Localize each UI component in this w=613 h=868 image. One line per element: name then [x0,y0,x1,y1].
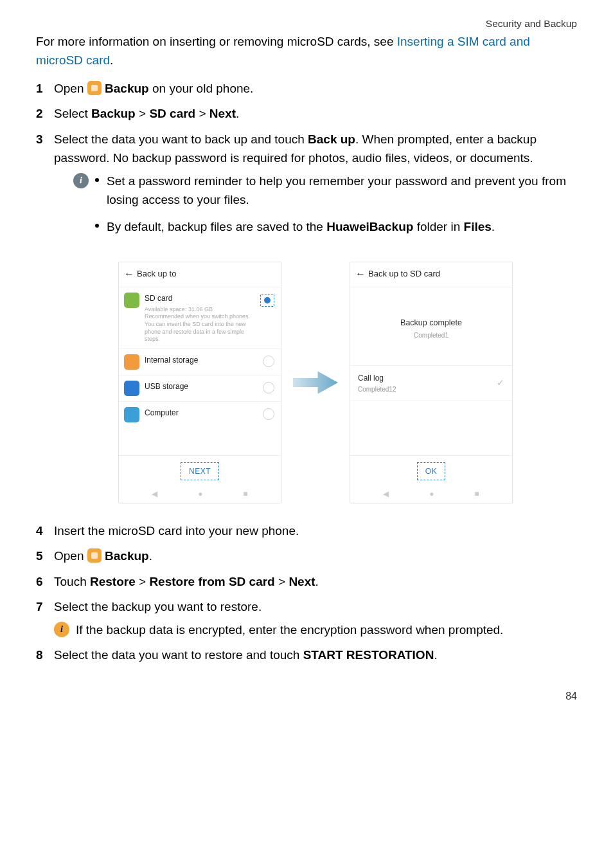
svg-marker-0 [293,371,338,393]
step3-bullet2d: Files [464,220,492,233]
radio-icon[interactable] [263,408,274,420]
step3-bullet2e: . [492,220,495,233]
step6-b3: Next [289,575,315,588]
computer-title: Computer [145,407,263,419]
step-2: Select Backup > SD card > Next. [36,104,577,123]
row-usb-storage[interactable]: USB storage [119,375,281,402]
step8-b: START RESTORATION [303,648,434,662]
step6-a: Touch [54,575,90,588]
step3-bullet2a: By default, backup files are saved to th… [107,220,326,233]
internal-title: Internal storage [145,354,263,366]
step5-end: . [149,549,152,563]
intro-suffix: . [110,53,113,67]
radio-selected-icon[interactable] [260,294,274,307]
radio-icon[interactable] [263,356,274,367]
intro-paragraph: For more information on inserting or rem… [36,32,577,70]
back-arrow-icon[interactable]: ← [355,269,366,279]
step3-bullet2c: folder in [413,220,463,233]
step-8: Select the data you want to restore and … [36,646,577,664]
step6-b2: Restore from SD card [149,575,274,588]
backup-app-icon [87,81,102,95]
internal-storage-icon [124,354,139,370]
sd-title: SD card [145,293,260,305]
step2-b3: Next [209,107,236,120]
computer-icon [124,407,139,422]
info-icon: i [54,622,69,637]
step-1: Open Backup on your old phone. [36,79,577,98]
step2-b1: Backup [91,107,136,120]
step1-open: Open [54,82,87,95]
screenshot-right: ← Back up to SD card Backup complete Com… [350,262,513,503]
page-header: Security and Backup [36,18,577,30]
result-label: Call log [358,372,396,384]
step-6: Touch Restore > Restore from SD card > N… [36,572,577,591]
step1-rest: on your old phone. [149,82,254,95]
step-4: Insert the microSD card into your new ph… [36,521,577,540]
backup-complete-label: Backup complete [350,317,512,329]
step-7: Select the backup you want to restore. i… [36,597,577,639]
screen1-title: Back up to [137,267,176,280]
step7-text: Select the backup you want to restore. [54,600,262,613]
step8-a: Select the data you want to restore and … [54,648,303,662]
nav-home-icon[interactable]: ● [198,488,202,500]
sd-card-icon [124,293,139,308]
backup-app-icon [87,548,102,563]
nav-back-icon[interactable]: ◀ [383,488,389,500]
step6-b1: Restore [90,575,136,588]
row-internal-storage[interactable]: Internal storage [119,349,281,375]
screenshot-left: ← Back up to SD card Available space: 31… [118,262,281,503]
step3-bullet-2: By default, backup files are saved to th… [95,217,577,236]
step1-backup: Backup [105,82,149,95]
step2-b2: SD card [149,107,195,120]
step-3: Select the data you want to back up and … [36,130,577,503]
page-number: 84 [36,691,577,702]
nav-back-icon[interactable]: ◀ [152,488,157,500]
sd-sub: Available space: 31.06 GB Recommended wh… [145,306,260,343]
step6-end: . [315,575,319,588]
step2-gt1: > [136,107,150,120]
step3-bullet-1: Set a password reminder to help you reme… [95,172,577,210]
step5-open: Open [54,549,87,563]
step3-bold: Back up [308,132,355,146]
result-row: Call log Completed12 ✓ [350,365,512,401]
nav-home-icon[interactable]: ● [429,488,434,500]
row-computer[interactable]: Computer [119,402,281,428]
step8-c: . [434,648,437,662]
next-button[interactable]: NEXT [181,462,219,481]
usb-title: USB storage [145,381,263,393]
step2-end: . [236,107,239,120]
intro-prefix: For more information on inserting or rem… [36,35,397,48]
back-arrow-icon[interactable]: ← [124,269,134,279]
step6-gt1: > [136,575,150,588]
nav-recent-icon[interactable]: ■ [474,488,479,500]
step-5: Open Backup. [36,547,577,565]
screen2-title: Back up to SD card [368,267,440,280]
arrow-right-icon [293,367,338,398]
step7-note: If the backup data is encrypted, enter t… [76,620,577,639]
result-sub: Completed12 [358,384,396,395]
usb-storage-icon [124,381,139,396]
step2-gt2: > [195,107,209,120]
step5-backup: Backup [105,549,149,563]
row-sd-card[interactable]: SD card Available space: 31.06 GB Recomm… [119,287,281,349]
ok-button[interactable]: OK [417,462,445,481]
step3-a: Select the data you want to back up and … [54,132,308,146]
info-icon: i [73,173,89,188]
step6-gt2: > [275,575,289,588]
backup-complete-sub: Completed1 [350,330,512,341]
step2-select: Select [54,107,91,120]
screenshot-row: ← Back up to SD card Available space: 31… [54,262,577,503]
checkmark-icon: ✓ [497,376,504,390]
nav-recent-icon[interactable]: ■ [243,488,247,500]
step3-bullet2b: HuaweiBackup [326,220,413,233]
radio-icon[interactable] [263,382,274,393]
